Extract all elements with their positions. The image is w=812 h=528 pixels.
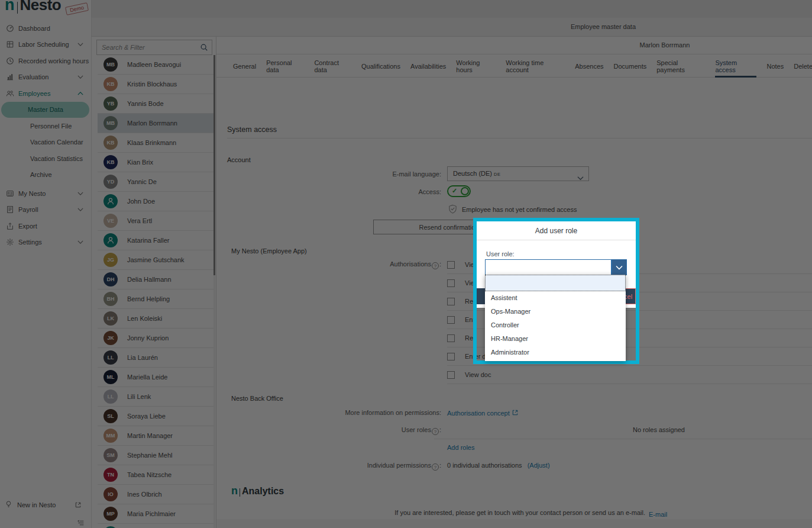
option-ops-manager[interactable]: Ops-Manager [485, 305, 626, 318]
option-hr-manager[interactable]: HR-Manager [485, 332, 626, 346]
option-administrator[interactable]: Administrator [485, 346, 626, 359]
user-role-input[interactable] [485, 259, 612, 275]
option-empty[interactable] [485, 275, 626, 291]
add-user-role-dialog: Add user role User role: Cancel Assisten… [473, 218, 639, 364]
dialog-title: Add user role [477, 221, 636, 240]
option-controller[interactable]: Controller [485, 318, 626, 332]
user-role-options-list: AssistentOps-ManagerControllerHR-Manager… [485, 275, 626, 361]
app-root: Employee master data nNesto Demo Dashboa… [0, 0, 812, 528]
option-assistent[interactable]: Assistent [485, 291, 626, 305]
modal-backdrop[interactable] [0, 0, 812, 528]
user-role-dropdown-button[interactable] [612, 259, 627, 275]
user-role-label: User role: [486, 250, 515, 257]
